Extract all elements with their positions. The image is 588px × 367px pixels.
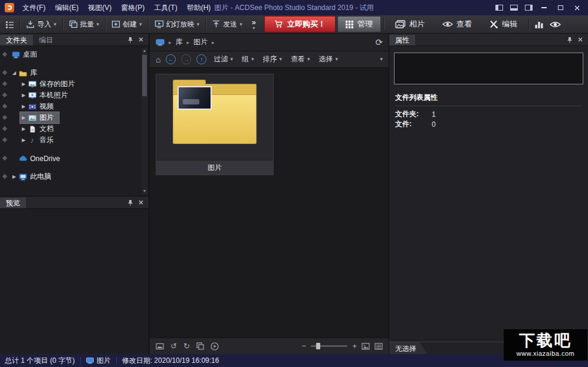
select-menu[interactable]: 选择 ▾ — [317, 53, 340, 65]
tree-item-this-pc[interactable]: ▶ 此电脑 — [0, 171, 140, 182]
zoom-out-icon[interactable]: − — [302, 342, 307, 350]
rotate-right-icon[interactable]: ↻ — [183, 342, 190, 350]
layout-toggle-right-icon[interactable] — [522, 3, 535, 13]
rotate-left-icon[interactable]: ↺ — [170, 342, 177, 350]
view-options-button[interactable] — [2, 19, 17, 30]
easy-select-icon[interactable] — [2, 70, 7, 75]
batch-button[interactable]: 批量 ▾ — [65, 18, 103, 31]
tree-item-saved-pictures[interactable]: ▶ 保存的图片 — [0, 78, 140, 90]
back-button[interactable]: ← — [166, 54, 176, 64]
tree-item-local-photos[interactable]: ▶ 本机照片 — [0, 90, 140, 101]
menu-file[interactable]: 文件(F) — [18, 2, 50, 14]
edit-mode-button[interactable]: 编辑 — [484, 17, 523, 32]
pin-panel-button[interactable] — [564, 34, 575, 45]
manage-mode-button[interactable]: 管理 — [337, 16, 381, 32]
slideshow-play-button[interactable] — [211, 342, 219, 350]
minimize-button[interactable] — [537, 2, 551, 13]
close-panel-button[interactable] — [136, 34, 146, 45]
slider-thumb[interactable] — [316, 343, 320, 349]
crumb-separator-icon[interactable]: ▸ — [212, 40, 215, 45]
tab-folders[interactable]: 文件夹 — [0, 35, 33, 45]
details-view-button[interactable] — [375, 343, 383, 350]
crumb-separator-icon[interactable]: ▸ — [169, 40, 172, 45]
slideshow-button[interactable]: 幻灯放映 ▾ — [151, 18, 203, 31]
file-list-area[interactable]: 图片 — [150, 68, 389, 337]
buy-now-button[interactable]: 立即购买！ — [264, 16, 336, 32]
view-mode-button[interactable]: 查看 — [437, 17, 477, 32]
layout-toggle-bottom-icon[interactable] — [507, 3, 520, 13]
computer-icon[interactable] — [156, 39, 165, 46]
crumb-separator-icon[interactable]: ▸ — [187, 40, 190, 45]
easy-select-icon[interactable] — [2, 126, 7, 131]
menu-view[interactable]: 视图(V) — [83, 2, 116, 14]
tree-item-library[interactable]: ◢ 库 — [0, 67, 140, 78]
create-button[interactable]: 创建 ▾ — [108, 18, 146, 31]
tree-item-pictures[interactable]: ▶ 图片 — [0, 112, 140, 123]
easy-select-icon[interactable] — [2, 81, 7, 86]
easy-select-icon[interactable] — [2, 52, 7, 57]
tree-collapsed-icon[interactable]: ▶ — [20, 115, 27, 120]
filter-menu[interactable]: 过滤 ▾ — [212, 53, 235, 65]
photos-mode-button[interactable]: 相片 — [390, 17, 430, 32]
scrollbar-thumb[interactable] — [142, 55, 147, 96]
group-menu[interactable]: 组 ▾ — [240, 53, 256, 65]
breadcrumb-pictures[interactable]: 图片 — [193, 37, 208, 47]
tree-collapsed-icon[interactable]: ▶ — [20, 137, 27, 143]
acdsee-365-button[interactable] — [547, 19, 564, 30]
easy-select-icon[interactable] — [2, 104, 7, 109]
copy-button[interactable] — [196, 342, 204, 350]
tree-item-music[interactable]: ▶ ♪ 音乐 — [0, 135, 140, 146]
sort-menu[interactable]: 排序 ▾ — [261, 53, 284, 65]
tab-no-selection[interactable]: 无选择 — [389, 342, 427, 354]
close-panel-button[interactable] — [136, 197, 146, 208]
dashboard-button[interactable] — [531, 18, 547, 31]
layout-toggle-left-icon[interactable] — [492, 3, 505, 13]
tree-item-desktop[interactable]: 桌面 — [0, 49, 140, 60]
tree-item-videos[interactable]: ▶ 视频 — [0, 101, 140, 112]
scroll-down-icon[interactable]: ▼ — [142, 188, 147, 194]
forward-button[interactable]: → — [181, 54, 191, 64]
tree-collapsed-icon[interactable]: ▶ — [20, 104, 27, 109]
folders-scrollbar[interactable]: ▲ ▼ — [142, 48, 147, 194]
menu-tools[interactable]: 工具(T) — [149, 2, 182, 14]
menu-panes[interactable]: 窗格(P) — [116, 2, 149, 14]
send-button[interactable]: 发送 ▾ — [208, 18, 246, 31]
view-menu[interactable]: 查看 ▾ — [289, 53, 312, 65]
tree-item-documents[interactable]: ▶ 文档 — [0, 123, 140, 135]
breadcrumb-library[interactable]: 库 — [176, 37, 183, 47]
easy-select-icon[interactable] — [2, 137, 7, 142]
easy-select-icon[interactable] — [2, 174, 7, 179]
tree-collapsed-icon[interactable]: ▶ — [20, 93, 27, 98]
tab-properties[interactable]: 属性 — [389, 35, 415, 45]
tab-catalog[interactable]: 编目 — [33, 35, 59, 45]
tab-preview[interactable]: 预览 — [0, 198, 26, 208]
scroll-up-icon[interactable]: ▲ — [142, 48, 147, 54]
up-button[interactable]: ↑ — [196, 54, 206, 64]
zoom-in-icon[interactable]: + — [352, 342, 357, 350]
tree-expanded-icon[interactable]: ◢ — [11, 70, 18, 76]
auto-advance-button[interactable] — [156, 343, 164, 350]
thumbnail-view-button[interactable] — [362, 343, 370, 350]
pin-panel-button[interactable] — [125, 34, 136, 45]
close-panel-button[interactable] — [575, 34, 586, 45]
maximize-button[interactable] — [553, 2, 568, 13]
easy-select-icon[interactable] — [2, 93, 7, 97]
menu-help[interactable]: 帮助(H) — [182, 2, 216, 14]
easy-select-icon[interactable] — [2, 115, 7, 120]
tree-collapsed-icon[interactable]: ▶ — [11, 174, 18, 179]
close-button[interactable] — [570, 2, 584, 13]
folder-tile-pictures[interactable]: 图片 — [156, 74, 274, 175]
pin-panel-button[interactable] — [125, 197, 136, 208]
tree-collapsed-icon[interactable]: ▶ — [20, 81, 27, 87]
easy-select-icon[interactable] — [2, 156, 7, 160]
home-icon[interactable]: ⌂ — [156, 55, 160, 64]
menu-edit[interactable]: 编辑(E) — [50, 2, 83, 14]
acdsee-logo-icon[interactable] — [5, 3, 14, 12]
tree-item-onedrive[interactable]: ▶ OneDrive — [0, 153, 140, 164]
toolbar-overflow-button[interactable]: » ▾ — [252, 18, 256, 31]
tree-collapsed-icon[interactable]: ▶ — [20, 126, 27, 132]
thumbnail-size-slider[interactable] — [311, 345, 347, 347]
import-button[interactable]: 导入 ▾ — [22, 18, 60, 31]
refresh-icon[interactable]: ⟳ — [375, 37, 383, 48]
nav-overflow-icon[interactable]: ▾ — [380, 57, 383, 62]
